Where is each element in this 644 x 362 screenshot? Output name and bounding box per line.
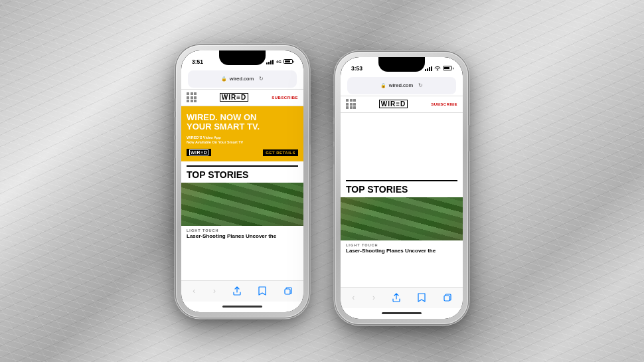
status-icons-1: 4G [266, 59, 293, 64]
wired-logo-1[interactable]: WIR≡D [220, 93, 249, 102]
url-bar-2[interactable]: 🔒 wired.com ↻ [347, 77, 456, 94]
home-indicator-2 [341, 308, 463, 319]
lock-icon-1: 🔒 [221, 76, 227, 82]
subscribe-button-2[interactable]: SUBSCRIBE [431, 102, 457, 106]
ad-logo-box-1: WIR≡D [187, 149, 211, 156]
notch-1 [219, 50, 266, 65]
home-indicator-1 [181, 302, 303, 312]
content-1: WIRED. NOW ONYOUR SMART TV. WIRED'S Vide… [181, 106, 303, 280]
article-caption-2: LIGHT TOUCH Laser-Shooting Planes Uncove… [341, 240, 463, 256]
aerial-photo-1 [181, 183, 303, 226]
signal-bars-1 [266, 59, 274, 64]
ad-placeholder-2 [341, 113, 463, 176]
article-caption-1: LIGHT TOUCH Laser-Shooting Planes Uncove… [181, 226, 303, 241]
nav-bar-1: WIR≡D SUBSCRIBE [181, 89, 303, 106]
forward-button-2[interactable]: ‹ [372, 293, 375, 302]
ad-logo-text-1: WIR≡D [189, 150, 208, 155]
top-stories-2: TOP STORIES [341, 176, 463, 197]
phone-1: 3:51 4G [176, 45, 309, 317]
bottom-nav-2: ‹ ‹ [341, 287, 463, 308]
ad-bottom-1: WIR≡D GET DETAILS [187, 149, 298, 156]
refresh-icon-2[interactable]: ↻ [418, 82, 423, 88]
url-text-2: wired.com [389, 82, 413, 88]
network-type-1: 4G [276, 60, 282, 64]
wired-logo-2[interactable]: WIR≡D [379, 100, 408, 108]
top-stories-title-2: TOP STORIES [346, 180, 457, 195]
article-image-2 [341, 197, 463, 240]
article-tag-1: LIGHT TOUCH [187, 228, 298, 232]
article-image-1 [181, 183, 303, 226]
notch-2 [378, 57, 425, 72]
url-bar-1[interactable]: 🔒 wired.com ↻ [188, 70, 297, 88]
share-button-2[interactable] [392, 293, 400, 302]
aerial-photo-2 [341, 197, 463, 240]
wifi-icon-2 [434, 66, 441, 71]
svg-rect-0 [285, 289, 290, 294]
ad-title-1: WIRED. NOW ONYOUR SMART TV. [187, 113, 298, 132]
back-button-1[interactable]: ‹ [193, 286, 195, 296]
article-tag-2: LIGHT TOUCH [346, 243, 457, 247]
bookmarks-button-2[interactable] [418, 293, 426, 302]
bookmarks-button-1[interactable] [258, 286, 266, 296]
subscribe-button-1[interactable]: SUBSCRIBE [272, 96, 298, 100]
lock-icon-2: 🔒 [380, 83, 386, 88]
battery-2 [443, 66, 452, 70]
article-headline-1: Laser-Shooting Planes Uncover the [187, 233, 298, 240]
tabs-button-1[interactable] [284, 287, 292, 295]
nav-bar-2: WIR≡D SUBSCRIBE [341, 96, 463, 113]
back-button-2[interactable]: ‹ [352, 293, 355, 302]
top-stories-1: TOP STORIES [181, 161, 303, 183]
get-details-button-1[interactable]: GET DETAILS [263, 149, 298, 156]
top-stories-title-1: TOP STORIES [187, 165, 298, 180]
svg-rect-2 [444, 296, 449, 301]
ad-banner-1: WIRED. NOW ONYOUR SMART TV. WIRED'S Vide… [181, 106, 303, 162]
background: 3:51 4G [0, 0, 644, 362]
phone-2: 3:53 [335, 52, 468, 324]
time-1: 3:51 [192, 58, 203, 65]
hamburger-menu-1[interactable] [187, 92, 197, 102]
refresh-icon-1[interactable]: ↻ [259, 76, 264, 82]
battery-1 [283, 59, 293, 64]
bottom-nav-1: ‹ ‹ [181, 280, 303, 302]
svg-point-1 [437, 70, 438, 70]
share-button-1[interactable] [233, 286, 241, 296]
ad-subtitle-1: WIRED'S Video AppNow Available On Your S… [187, 136, 298, 145]
url-text-1: wired.com [230, 76, 254, 82]
content-2: TOP STORIES LIGHT TOUCH Laser-Shooting P… [341, 113, 463, 287]
signal-bars-2 [425, 66, 432, 71]
article-headline-2: Laser-Shooting Planes Uncover the [346, 248, 457, 254]
status-icons-2 [425, 66, 452, 71]
tabs-button-2[interactable] [443, 294, 451, 302]
hamburger-menu-2[interactable] [346, 99, 356, 109]
time-2: 3:53 [351, 65, 362, 72]
forward-button-1[interactable]: ‹ [213, 286, 216, 296]
